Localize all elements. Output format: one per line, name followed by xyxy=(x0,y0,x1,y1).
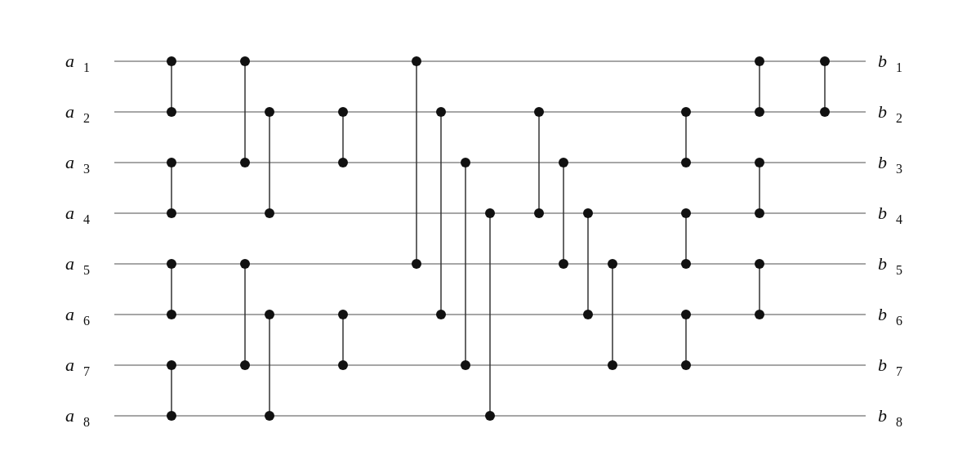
node-s7-3 xyxy=(755,158,764,167)
node-s6-6 xyxy=(681,310,691,319)
node-s1-6 xyxy=(167,310,176,319)
label-b5: b xyxy=(878,253,887,274)
node-s4-5 xyxy=(412,259,421,269)
node-s6-3 xyxy=(681,158,691,167)
label-b1: b xyxy=(878,51,887,71)
label-b2-sub: 2 xyxy=(896,111,902,125)
label-a4: a xyxy=(65,203,74,223)
label-b5-sub: 5 xyxy=(896,263,902,277)
label-b7: b xyxy=(878,355,887,375)
node-s7-2 xyxy=(755,107,764,117)
node-s4-1 xyxy=(412,56,421,66)
node-s1-4 xyxy=(167,208,176,218)
node-s7-1 xyxy=(755,56,764,66)
label-b4: b xyxy=(878,203,887,223)
label-b2: b xyxy=(878,101,887,122)
node-s5-4b xyxy=(534,208,544,218)
node-s6-5 xyxy=(681,259,691,269)
label-a1-sub: 1 xyxy=(83,60,90,74)
node-s8-1 xyxy=(820,56,830,66)
label-b6-sub: 6 xyxy=(896,314,902,328)
node-s4-4 xyxy=(485,208,495,218)
node-s6-4 xyxy=(681,208,691,218)
node-s5-5 xyxy=(559,259,568,269)
label-a7-sub: 7 xyxy=(83,364,90,378)
label-b1-sub: 1 xyxy=(896,60,902,74)
node-s2-2 xyxy=(265,107,274,117)
node-s1-2 xyxy=(167,107,176,117)
label-a5: a xyxy=(65,253,74,274)
node-s3-2 xyxy=(338,107,348,117)
node-s8-2 xyxy=(820,107,830,117)
node-s2-1 xyxy=(240,56,250,66)
label-a2: a xyxy=(65,101,74,122)
node-s2-6 xyxy=(265,310,274,319)
node-s5-4 xyxy=(583,208,593,218)
label-b3-sub: 3 xyxy=(896,162,902,176)
label-b6: b xyxy=(878,304,887,324)
node-s7-6 xyxy=(755,310,764,319)
node-s7-4 xyxy=(755,208,764,218)
label-a3-sub: 3 xyxy=(83,162,90,176)
node-s1-8 xyxy=(167,411,176,421)
node-s6-2 xyxy=(681,107,691,117)
node-s1-3 xyxy=(167,158,176,167)
node-s4-2 xyxy=(436,107,446,117)
node-s1-5 xyxy=(167,259,176,269)
node-s4-3 xyxy=(461,158,470,167)
node-s5-3 xyxy=(559,158,568,167)
node-s4-8 xyxy=(485,411,495,421)
label-a7: a xyxy=(65,355,74,375)
node-s2-7 xyxy=(240,360,250,370)
node-s5-6 xyxy=(583,310,593,319)
label-a3: a xyxy=(65,152,74,172)
sorting-network-svg: .wire-line { stroke: #888; stroke-width:… xyxy=(41,25,939,449)
node-s5-7 xyxy=(608,360,617,370)
label-a8-sub: 8 xyxy=(83,415,90,429)
node-s5-5b xyxy=(608,259,617,269)
label-b7-sub: 7 xyxy=(896,364,902,378)
label-a1: a xyxy=(65,51,74,71)
label-a6: a xyxy=(65,304,74,324)
label-b8: b xyxy=(878,405,887,426)
label-a2-sub: 2 xyxy=(83,111,90,125)
diagram-container: .wire-line { stroke: #888; stroke-width:… xyxy=(41,25,939,449)
node-s2-4 xyxy=(265,208,274,218)
node-s2-3 xyxy=(240,158,250,167)
node-s3-6 xyxy=(338,310,348,319)
node-s1-1 xyxy=(167,56,176,66)
node-s4-7 xyxy=(461,360,470,370)
node-s2-5 xyxy=(240,259,250,269)
node-s1-7 xyxy=(167,360,176,370)
node-s4-6 xyxy=(436,310,446,319)
label-a8: a xyxy=(65,405,74,426)
node-s7-5 xyxy=(755,259,764,269)
node-s6-7 xyxy=(681,360,691,370)
label-a4-sub: 4 xyxy=(83,212,90,226)
label-b4-sub: 4 xyxy=(896,212,902,226)
node-s2-8 xyxy=(265,411,274,421)
label-b8-sub: 8 xyxy=(896,415,902,429)
node-s5-2 xyxy=(534,107,544,117)
label-a5-sub: 5 xyxy=(83,263,90,277)
label-b3: b xyxy=(878,152,887,172)
node-s3-7 xyxy=(338,360,348,370)
label-a6-sub: 6 xyxy=(83,314,90,328)
node-s3-3 xyxy=(338,158,348,167)
